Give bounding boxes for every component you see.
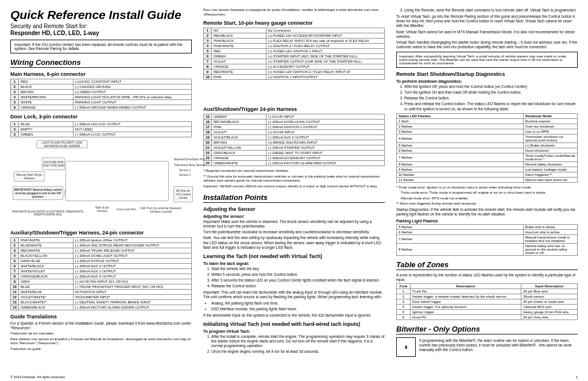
list-item: Turn the ignition On and then back Off w… (404, 90, 578, 95)
tach-bullets: Analog, the parking lights flash one tim… (211, 301, 385, 311)
door3-table: 1BLUE(-) 500mA UNLOCK OUTPUT 2EMPTYNOT U… (10, 121, 192, 137)
label-s2: Sensor 2 (173, 172, 196, 177)
list-item: Using the Remote, send the Remote start … (404, 8, 578, 13)
list-item: With the ignition Off, press and hold th… (404, 84, 578, 89)
adj-sensor-b: Adjusting the sensor: (203, 214, 385, 218)
guide-trans-p: Para obtener una versión en Español o Fr… (10, 337, 192, 346)
doc-models: Responder HD, LCD, LED, 1-way (10, 30, 192, 36)
doc-subtitle: Security and Remote Start for: (10, 23, 192, 29)
startup-diag: Startup Diagnostics: If the vehicle fail… (396, 207, 578, 217)
status-note1b: Turbo mode error: Turbo mode is programm… (396, 191, 578, 195)
label-fuse: 15A FUSE MINI ATM TYPE 0340 (42, 157, 65, 170)
rss-heading: Remote Start Shutdown/Startup Diagnostic… (396, 71, 578, 77)
guide-trans-heading: Guide Translations (10, 314, 192, 320)
list-item: After the install is complete, remote st… (211, 334, 385, 348)
rss-b: To perform shutdown diagnostics: (396, 79, 578, 83)
aux24-title: Auxiliary/Shutdown/Trigger Harness, 24-p… (10, 230, 192, 236)
status-flash-table: Status LED FlashesShutdown Mode 1 flashR… (396, 113, 578, 183)
adj-p: Turn the potentiometer clockwise to incr… (203, 230, 385, 234)
label-rf-port: RF Port for IVU Control Center (173, 186, 193, 202)
status-note2: ** Alarm was triggered during remote sta… (396, 202, 578, 206)
bitwriter-icon: 📱 (396, 337, 416, 357)
label-s1: Sensor 1 (173, 168, 196, 172)
bitwriter-p1: If programming with the Bitwriter®, the … (419, 338, 578, 352)
list-item: D2D interface module, the parking lights… (211, 307, 385, 311)
aux24b-table: 15GREEN*(-) DOOR INPUT 16BROWN/BLACK(-) … (203, 114, 385, 166)
status-note1: * Timer mode error: Ignition is on or sh… (396, 186, 578, 190)
label-ns-warning: IMPORTANT! Neutral Safety switch must be… (13, 186, 63, 200)
vt-important-box: Important: After successfully learning V… (396, 52, 578, 68)
vt-heading: Initializing Virtual Tach (not needed wi… (203, 321, 385, 327)
zones-table: ZoneDescriptionInput Description 1Trunk … (396, 283, 578, 320)
label-light-jumper: LIGHT FLASH POLARITY (10A MAXIMUM) FUSE … (36, 140, 88, 148)
door3-title: Door Lock, 3-pin connector (10, 114, 192, 120)
label-main6: Main 6-pin Harness (91, 205, 114, 214)
list-item: Press and release the Control button. Th… (404, 102, 578, 111)
list-item: Once the engine begins running, let it r… (211, 349, 385, 354)
label-therm: Thermistor/Temp Sensor (173, 162, 206, 168)
label-side-wires: PINK/WHITE BLACK/WHITE VIOLET/WHITE GREE… (10, 205, 85, 222)
list-item: After 3 seconds the status LED on your C… (211, 278, 385, 283)
label-rs10: Remote Start 10-pin Harness (14, 171, 45, 182)
label-doorlock: Door Lock Port (116, 205, 137, 214)
module-wiring-diagram: LIGHT FLASH POLARITY (10A MAXIMUM) FUSE … (10, 140, 192, 226)
guide-trans-p: Traduction du guide: (10, 347, 192, 352)
zones-intro: A zone is represented by the number of s… (396, 273, 578, 282)
remote10-table: 1NCNo Connection 2RED/BLACK(+) FUSED 12V… (203, 28, 385, 80)
aux24b-title: Aux/Shutdown/Trigger 24-pin Harness (203, 106, 385, 112)
tach-steps: Start the vehicle with the key. Within 5… (211, 267, 385, 289)
ivu-important-box: Important: If the IVU (control center) h… (10, 40, 192, 53)
aux-footnote-dstar: ** Ground this wire for automatic transm… (203, 175, 385, 183)
vt-b: To program Virtual Tach: (203, 329, 385, 333)
bitwriter-heading: Bitwriter - Only Options (396, 325, 578, 334)
vt-reset: To reset Virtual Tach, go into the Remot… (396, 14, 578, 28)
tach-b: To learn the tach signal: (203, 261, 385, 265)
doc-title: Quick Reference Install Guide (10, 8, 192, 22)
guide-trans-p: Traducción de los manuales: (10, 332, 192, 336)
status-note1c: Manual mode error: MTS mode not enabled. (396, 197, 578, 201)
label-d2d: D2D Port (for external Xpresskit interfa… (138, 205, 184, 215)
copyright: © 2013 Directed. All rights reserved. (10, 375, 65, 379)
adj-p: Important! Make sure the vehicle is disa… (203, 220, 385, 229)
guide-trans-p: For a Spanish or French version of the I… (10, 321, 192, 330)
zones-heading: Table of Zones (396, 260, 578, 270)
page-number: 1 (576, 375, 578, 379)
aux-footnote-star: * Required connection for manual transmi… (203, 169, 385, 174)
plf-table: 5 flashesBrake wire is active 6 flashesH… (396, 224, 578, 256)
main6-title: Main Harness, 6-pin connector (10, 71, 192, 77)
aux24-table: 1PNK/WHITE(-) 200mA Ignition 2/Flex OUTP… (10, 237, 192, 310)
remote10-title: Remote Start, 10-pin heavy gauge connect… (203, 20, 385, 26)
adj-p: Note: You can test the new setting by ca… (203, 236, 385, 249)
adj-sensor-heading: Adjusting the Sensor (203, 206, 385, 212)
list-item: Start the vehicle with the key. (211, 267, 385, 271)
list-item: Analog, the parking lights flash one tim… (211, 301, 385, 306)
vt-p2: Virtual Tach handles disengaging the sta… (396, 40, 578, 49)
list-item: Release the Control button. (211, 284, 385, 288)
install-heading: Installation Points (203, 193, 385, 203)
wiring-heading: Wiring Connections (10, 58, 192, 68)
vt-note: Note: Virtual Tach cannot be used in MTS… (396, 30, 578, 39)
list-item: Within 5 seconds, press and hold the Con… (211, 272, 385, 277)
tach-last: If the tachometer input on the system is… (203, 313, 385, 318)
module-body (65, 161, 169, 201)
aux-footnote-imp: Important: NEVER connect 200mA low curre… (203, 184, 385, 189)
plf-title: Parking Light Flashes (396, 219, 578, 223)
tach-imp: Important: This unit can learn the tacho… (203, 290, 385, 299)
rss-steps: With the ignition Off, press and hold th… (404, 84, 578, 111)
label-bw-port: Bitwriter/SmartStart Port (173, 156, 206, 162)
list-item: Release the Control button. (404, 96, 578, 101)
guide-trans-p: Pour une version française ou espagnole … (203, 8, 385, 17)
tach-heading: Learning the Tach (not needed with Virtu… (203, 253, 385, 259)
main6-table: 1RED(+)12VDC CONSTANT INPUT 2BLACK(-) CH… (10, 79, 192, 110)
